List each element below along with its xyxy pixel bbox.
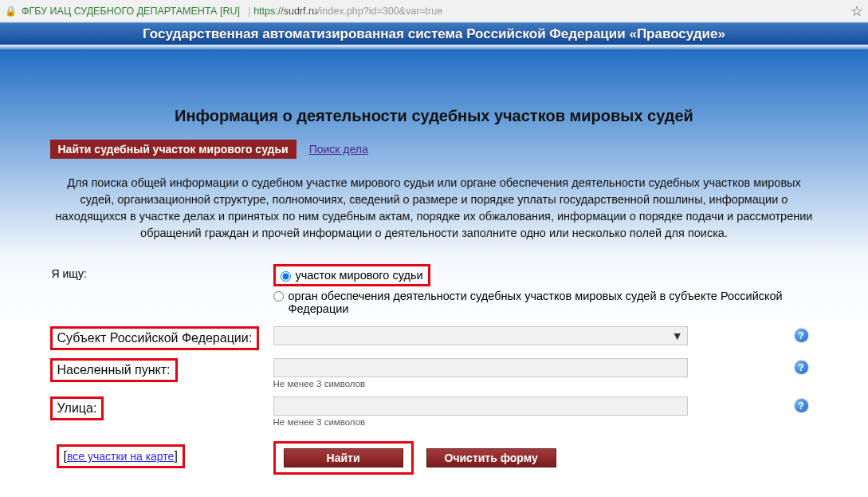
url-scheme: https:// xyxy=(253,6,284,17)
subject-label: Субъект Российской Федерации: xyxy=(57,331,253,345)
city-input[interactable] xyxy=(273,358,688,377)
city-label: Населенный пункт: xyxy=(57,363,171,377)
map-link-cell: [все участки на карте] xyxy=(50,435,265,468)
city-label-wrap: Населенный пункт: xyxy=(50,358,265,382)
header-ribbon xyxy=(0,45,868,51)
street-hint: Не менее 3 символов xyxy=(273,417,787,427)
radio-row-court: участок мирового судьи xyxy=(273,264,787,286)
street-input[interactable] xyxy=(273,396,688,416)
city-input-wrap: Не менее 3 символов xyxy=(273,358,787,389)
bookmark-star-icon[interactable]: ☆ xyxy=(850,2,863,20)
subject-label-wrap: Субъект Российской Федерации: xyxy=(50,326,265,350)
url-box[interactable]: https://sudrf.ru/index.php?id=300&var=tr… xyxy=(253,6,442,17)
highlight-box-street: Улица: xyxy=(50,396,104,420)
url-host: sudrf.ru xyxy=(284,6,317,17)
highlight-box-map-link: [все участки на карте] xyxy=(57,444,185,468)
find-button[interactable]: Найти xyxy=(284,448,403,467)
tab-case-search[interactable]: Поиск дела xyxy=(309,143,368,156)
search-form: Я ищу: участок мирового судьи орган обес… xyxy=(44,256,825,475)
subject-select[interactable] xyxy=(273,326,688,345)
lock-icon: 🔒 xyxy=(5,6,17,17)
map-link[interactable]: все участки на карте xyxy=(67,450,174,463)
url-path: /index.php?id=300&var=true xyxy=(317,6,442,17)
street-label: Улица: xyxy=(57,401,97,415)
subject-input-wrap: ▼ xyxy=(273,326,688,345)
content-wrap: Информация о деятельности судебных участ… xyxy=(44,107,825,475)
highlight-box-radio1: участок мирового судьи xyxy=(273,264,430,286)
ev-cert-label: ФГБУ ИАЦ СУДЕБНОГО ДЕПАРТАМЕНТА [RU] xyxy=(22,6,240,17)
highlight-box-find: Найти xyxy=(273,441,414,475)
page-body: Информация о деятельности судебных участ… xyxy=(0,51,868,497)
site-title: Государственная автоматизированная систе… xyxy=(143,26,725,42)
street-input-wrap: Не менее 3 символов xyxy=(273,396,787,427)
radio-organ-label: орган обеспечения деятельности судебных … xyxy=(289,290,787,315)
help-icon[interactable]: ? xyxy=(795,329,808,342)
city-hint: Не менее 3 символов xyxy=(273,379,787,389)
highlight-box-subject: Субъект Российской Федерации: xyxy=(50,326,260,350)
search-kind-label: Я ищу: xyxy=(50,264,265,282)
radio-row-organ: орган обеспечения деятельности судебных … xyxy=(273,290,787,315)
street-label-wrap: Улица: xyxy=(50,396,265,420)
browser-address-bar: 🔒 ФГБУ ИАЦ СУДЕБНОГО ДЕПАРТАМЕНТА [RU] |… xyxy=(0,0,868,22)
help-icon[interactable]: ? xyxy=(795,361,808,374)
radio-court[interactable] xyxy=(281,271,291,282)
tab-find-court[interactable]: Найти судебный участок мирового судьи xyxy=(50,140,297,159)
button-row: Найти Очистить форму xyxy=(273,441,819,475)
site-header: Государственная автоматизированная систе… xyxy=(0,22,868,45)
help-icon[interactable]: ? xyxy=(795,399,808,412)
highlight-box-city: Населенный пункт: xyxy=(50,358,178,382)
intro-text: Для поиска общей информации о судебном у… xyxy=(44,175,825,256)
clear-button[interactable]: Очистить форму xyxy=(426,448,556,467)
search-kind-radios: участок мирового судьи орган обеспечения… xyxy=(273,264,787,318)
tabs-row: Найти судебный участок мирового судьи По… xyxy=(50,140,825,159)
radio-court-label: участок мирового судьи xyxy=(296,269,423,282)
radio-organ[interactable] xyxy=(273,291,284,302)
page-title: Информация о деятельности судебных участ… xyxy=(44,107,825,125)
address-separator: | xyxy=(248,6,250,17)
